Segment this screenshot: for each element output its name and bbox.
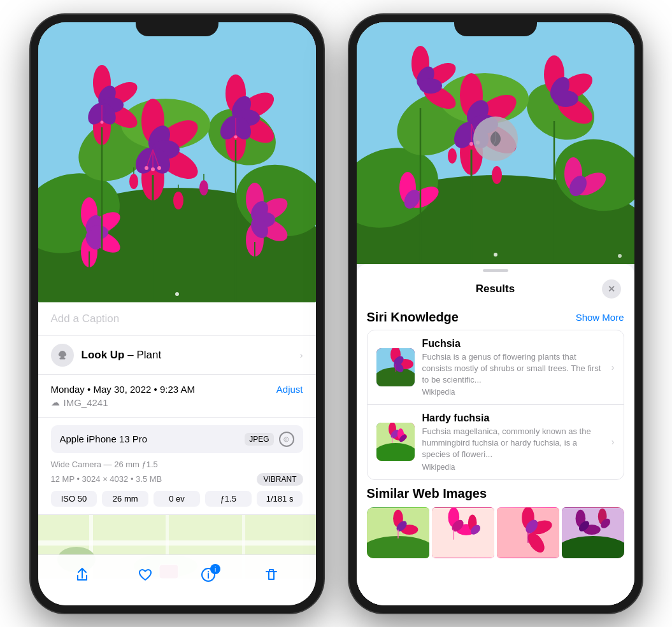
caption-placeholder[interactable]: Add a Caption [51, 313, 120, 325]
siri-knowledge-header: Siri Knowledge Show More [367, 304, 624, 330]
info-button[interactable]: i [200, 567, 217, 583]
svg-point-93 [469, 142, 473, 146]
fuchsia-item[interactable]: Fuchsia Fuchsia is a genus of flowering … [368, 330, 624, 405]
web-images-title: Similar Web Images [367, 486, 624, 501]
svg-point-99 [419, 78, 442, 94]
results-title: Results [476, 283, 515, 295]
photo-container[interactable] [38, 22, 316, 302]
right-phone-notch [454, 15, 537, 36]
exif-aperture: ƒ1.5 [205, 491, 252, 507]
lookup-strong: Look Up [82, 349, 125, 361]
device-name: Apple iPhone 13 Pro [60, 433, 148, 444]
hardy-fuchsia-item[interactable]: Hardy fuchsia Fuchsia magellanica, commo… [368, 405, 624, 479]
results-content: Siri Knowledge Show More [357, 304, 634, 605]
results-sheet: Results ✕ Siri Knowledge Show More [357, 264, 634, 605]
svg-point-30 [100, 120, 103, 123]
photo-info-section: Monday • May 30, 2022 • 9:23 AM Adjust ☁… [38, 375, 316, 418]
web-image-3[interactable] [497, 507, 559, 558]
lookup-type: Plant [136, 349, 161, 361]
svg-point-124 [376, 443, 415, 461]
adjust-button[interactable]: Adjust [276, 384, 303, 395]
delete-button[interactable] [263, 567, 280, 583]
right-photo-dot [618, 254, 622, 258]
svg-point-18 [151, 167, 155, 171]
filename-text: IMG_4241 [64, 397, 108, 408]
photo-date: Monday • May 30, 2022 • 9:23 AM [51, 384, 195, 395]
date-row: Monday • May 30, 2022 • 9:23 AM Adjust [51, 384, 303, 395]
svg-point-132 [367, 536, 429, 558]
fuchsia-info: Fuchsia Fuchsia is a genus of flowering … [422, 338, 601, 397]
format-badge: JPEG [245, 433, 273, 446]
web-image-2[interactable] [432, 507, 494, 558]
svg-point-40 [234, 135, 237, 138]
siri-dot [494, 253, 497, 257]
svg-point-151 [562, 536, 624, 558]
resolution-row: 12 MP • 3024 × 4032 • 3.5 MB VIBRANT [51, 473, 303, 486]
flower-photo [38, 22, 316, 302]
home-indicator-left [136, 598, 218, 602]
resolution-text: 12 MP • 3024 × 4032 • 3.5 MB [51, 474, 162, 484]
knowledge-card: Fuchsia Fuchsia is a genus of flowering … [367, 330, 624, 480]
device-section: Apple iPhone 13 Pro JPEG ◎ Wide Camera —… [38, 418, 316, 515]
phone-notch [136, 15, 218, 36]
siri-leaf-icon [484, 127, 507, 150]
svg-point-114 [492, 166, 502, 184]
right-screen: Results ✕ Siri Knowledge Show More [357, 22, 634, 605]
like-button[interactable] [137, 567, 154, 583]
hardy-thumbnail-image [376, 423, 415, 461]
device-badges: JPEG ◎ [245, 432, 294, 447]
lookup-row[interactable]: Look Up – Plant › [38, 336, 316, 375]
fuchsia-thumb [376, 348, 415, 386]
camera-specs: Wide Camera — 26 mm ƒ1.5 [51, 460, 303, 469]
svg-point-62 [129, 174, 138, 189]
exif-shutter: 1/181 s [257, 491, 303, 507]
svg-point-19 [157, 166, 161, 170]
left-screen: Add a Caption Look Up – Plant › Monday •… [38, 22, 316, 605]
hardy-fuchsia-chevron: › [611, 437, 615, 447]
siri-knowledge-title: Siri Knowledge [367, 310, 459, 325]
filename-row: ☁ IMG_4241 [51, 397, 303, 408]
fuchsia-chevron: › [611, 362, 615, 372]
siri-circle[interactable] [473, 116, 518, 161]
fuchsia-thumbnail-image [376, 348, 415, 386]
svg-point-104 [553, 90, 578, 107]
camera-icon: ◎ [279, 432, 294, 447]
vibrant-badge: VIBRANT [257, 473, 303, 486]
hardy-fuchsia-info: Hardy fuchsia Fuchsia magellanica, commo… [422, 412, 601, 472]
svg-point-20 [145, 166, 148, 170]
lookup-label: Look Up – Plant [82, 349, 162, 362]
fuchsia-description: Fuchsia is a genus of flowering plants t… [422, 351, 601, 386]
right-phone: Results ✕ Siri Knowledge Show More [349, 15, 642, 613]
left-phone: Add a Caption Look Up – Plant › Monday •… [31, 15, 324, 613]
hardy-fuchsia-name: Hardy fuchsia [422, 412, 601, 424]
web-images-section: Similar Web Images [367, 480, 624, 565]
exif-focal: 26 mm [102, 491, 148, 507]
exif-ev: 0 ev [154, 491, 200, 507]
photo-page-dot [175, 292, 179, 296]
hardy-fuchsia-thumb [376, 423, 415, 461]
toolbar: i [38, 554, 316, 605]
lookup-icon [51, 344, 74, 367]
show-more-button[interactable]: Show More [576, 312, 624, 323]
svg-rect-67 [38, 540, 316, 546]
fuchsia-name: Fuchsia [422, 338, 601, 349]
fuchsia-source: Wikipedia [422, 388, 601, 397]
svg-point-115 [448, 148, 457, 164]
cloud-icon: ☁ [51, 397, 60, 407]
device-row: Apple iPhone 13 Pro JPEG ◎ [51, 425, 303, 453]
caption-area[interactable]: Add a Caption [38, 302, 316, 336]
right-screen-content: Results ✕ Siri Knowledge Show More [357, 22, 634, 605]
lookup-chevron: › [300, 350, 303, 360]
home-indicator-right [454, 598, 537, 602]
share-button[interactable] [74, 567, 90, 583]
right-photo-container[interactable] [357, 22, 634, 264]
exif-iso: ISO 50 [51, 491, 97, 507]
close-button[interactable]: ✕ [602, 279, 621, 299]
hardy-fuchsia-description: Fuchsia magellanica, commonly known as t… [422, 426, 601, 461]
info-badge: i [210, 564, 220, 574]
web-images-grid [367, 507, 624, 558]
results-header: Results ✕ [357, 272, 634, 304]
web-image-1[interactable] [367, 507, 429, 558]
web-image-4[interactable] [562, 507, 624, 558]
hardy-fuchsia-source: Wikipedia [422, 463, 601, 472]
